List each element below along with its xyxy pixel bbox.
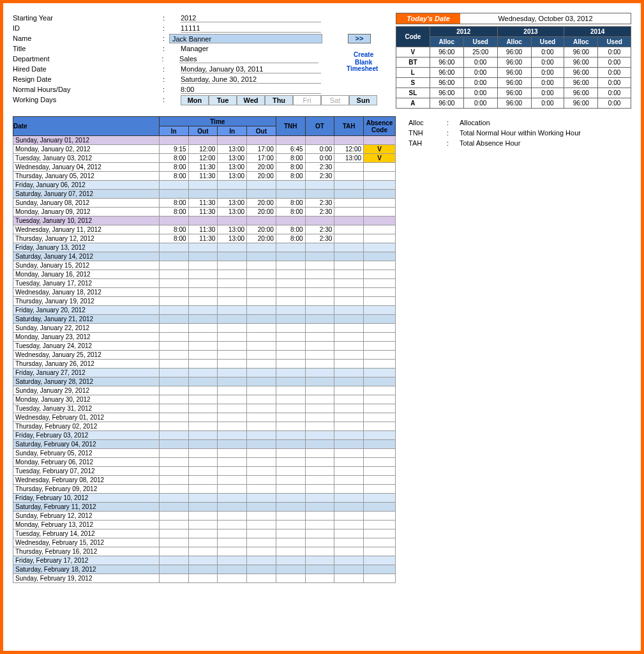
time-cell[interactable] [334,225,364,234]
timesheet-row[interactable]: Tuesday, January 03, 20128:0012:0013:001… [13,154,396,163]
time-cell[interactable] [218,181,247,190]
time-cell[interactable] [188,360,218,369]
time-cell[interactable] [159,360,188,369]
time-cell[interactable] [188,279,218,288]
timesheet-row[interactable]: Tuesday, January 31, 2012 [13,404,396,413]
time-cell[interactable] [188,422,218,431]
time-cell[interactable] [247,136,276,145]
time-cell[interactable] [334,440,364,449]
time-cell[interactable] [247,306,276,315]
time-cell[interactable] [218,136,247,145]
time-cell[interactable] [188,342,218,351]
time-cell[interactable]: 8:00 [159,199,188,208]
absence-cell[interactable] [364,547,396,556]
time-cell[interactable]: 13:00 [218,163,247,172]
day-toggle[interactable]: Thu [265,95,293,105]
absence-cell[interactable] [364,172,396,181]
time-cell[interactable] [305,494,334,503]
time-cell[interactable] [247,521,276,529]
time-cell[interactable] [334,503,364,512]
timesheet-row[interactable]: Wednesday, January 04, 20128:0011:3013:0… [13,163,396,172]
time-cell[interactable]: 0:00 [305,154,334,163]
time-cell[interactable] [247,529,276,538]
time-cell[interactable] [305,422,334,431]
time-cell[interactable] [276,449,305,458]
timesheet-row[interactable]: Thursday, January 19, 2012 [13,297,396,306]
time-cell[interactable] [276,217,305,225]
time-cell[interactable] [334,190,364,199]
time-cell[interactable] [188,217,218,225]
absence-cell[interactable] [364,413,396,422]
time-cell[interactable] [247,503,276,512]
time-cell[interactable] [305,217,334,225]
timesheet-row[interactable]: Saturday, February 11, 2012 [13,503,396,512]
timesheet-row[interactable]: Friday, January 20, 2012 [13,306,396,315]
time-cell[interactable] [218,190,247,199]
time-cell[interactable] [188,413,218,422]
time-cell[interactable] [334,243,364,252]
timesheet-row[interactable]: Wednesday, January 25, 2012 [13,351,396,360]
time-cell[interactable] [247,288,276,297]
timesheet-row[interactable]: Thursday, February 16, 2012 [13,547,396,556]
time-cell[interactable] [305,181,334,190]
absence-cell[interactable] [364,217,396,225]
time-cell[interactable] [276,377,305,386]
time-cell[interactable] [188,288,218,297]
timesheet-row[interactable]: Saturday, February 18, 2012 [13,565,396,574]
time-cell[interactable] [247,449,276,458]
time-cell[interactable] [276,503,305,512]
time-cell[interactable] [334,369,364,377]
absence-cell[interactable] [364,136,396,145]
time-cell[interactable]: 8:00 [159,234,188,243]
time-cell[interactable] [334,574,364,583]
time-cell[interactable] [188,404,218,413]
time-cell[interactable] [305,503,334,512]
time-cell[interactable] [159,342,188,351]
time-cell[interactable] [247,190,276,199]
time-cell[interactable] [334,538,364,547]
time-cell[interactable] [159,565,188,574]
time-cell[interactable] [247,494,276,503]
time-cell[interactable] [276,181,305,190]
time-cell[interactable] [218,413,247,422]
time-cell[interactable]: 13:00 [218,234,247,243]
time-cell[interactable] [276,395,305,404]
time-cell[interactable] [334,270,364,279]
time-cell[interactable] [276,521,305,529]
time-cell[interactable] [247,547,276,556]
absence-cell[interactable] [364,458,396,467]
time-cell[interactable] [276,565,305,574]
time-cell[interactable]: 8:00 [159,225,188,234]
time-cell[interactable] [218,252,247,261]
absence-cell[interactable] [364,485,396,494]
time-cell[interactable]: 8:00 [276,199,305,208]
time-cell[interactable] [247,252,276,261]
absence-cell[interactable] [364,404,396,413]
timesheet-row[interactable]: Friday, February 17, 2012 [13,556,396,565]
timesheet-row[interactable]: Monday, January 23, 2012 [13,333,396,342]
time-cell[interactable] [159,395,188,404]
time-cell[interactable] [218,547,247,556]
time-cell[interactable] [188,297,218,306]
time-cell[interactable] [305,529,334,538]
time-cell[interactable] [188,476,218,485]
day-toggle[interactable]: Fri [293,95,321,105]
time-cell[interactable] [218,512,247,521]
time-cell[interactable] [188,243,218,252]
timesheet-row[interactable]: Saturday, January 07, 2012 [13,190,396,199]
time-cell[interactable]: 0:00 [305,145,334,154]
time-cell[interactable] [334,208,364,217]
time-cell[interactable] [247,458,276,467]
time-cell[interactable] [218,288,247,297]
time-cell[interactable] [276,485,305,494]
day-toggle[interactable]: Sun [349,95,377,105]
time-cell[interactable] [334,404,364,413]
time-cell[interactable] [305,449,334,458]
time-cell[interactable]: 11:30 [188,199,218,208]
absence-cell[interactable] [364,538,396,547]
time-cell[interactable]: 13:00 [218,199,247,208]
time-cell[interactable]: 2:30 [305,225,334,234]
time-cell[interactable] [218,574,247,583]
absence-cell[interactable] [364,431,396,440]
time-cell[interactable] [334,467,364,476]
